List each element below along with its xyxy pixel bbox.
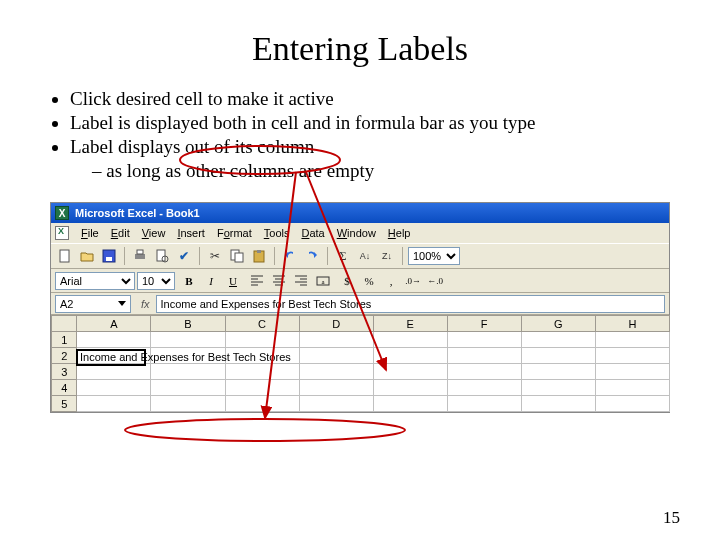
menu-help[interactable]: Help	[382, 227, 417, 239]
excel-screenshot: X Microsoft Excel - Book1 File Edit View…	[50, 202, 670, 413]
sub-bullet-item: as long as other columns are empty	[92, 160, 680, 182]
menu-insert[interactable]: Insert	[171, 227, 211, 239]
svg-rect-4	[137, 250, 143, 254]
excel-icon: X	[55, 206, 69, 220]
bullet-item: Click desired cell to make it active	[70, 88, 680, 110]
autosum-icon[interactable]: Σ	[333, 246, 353, 266]
select-all-corner[interactable]	[52, 316, 77, 332]
redo-icon[interactable]	[302, 246, 322, 266]
row-header-2[interactable]: 2	[52, 348, 77, 364]
col-header-G[interactable]: G	[521, 316, 595, 332]
standard-toolbar: ✔ ✂ Σ A↓ Z↓ 100%	[51, 243, 669, 269]
titlebar: X Microsoft Excel - Book1	[51, 203, 669, 223]
fx-label[interactable]: fx	[141, 298, 150, 310]
svg-rect-5	[157, 250, 165, 261]
svg-rect-0	[60, 250, 69, 262]
italic-button[interactable]: I	[201, 271, 221, 291]
sort-desc-icon[interactable]: Z↓	[377, 246, 397, 266]
document-icon	[55, 226, 69, 240]
sort-asc-icon[interactable]: A↓	[355, 246, 375, 266]
svg-rect-2	[106, 257, 112, 261]
menu-window[interactable]: Window	[331, 227, 382, 239]
percent-button[interactable]: %	[359, 271, 379, 291]
formatting-toolbar: Arial 10 B I U a $ % , .0→ ←.0	[51, 269, 669, 293]
app-title: Microsoft Excel - Book1	[75, 207, 200, 219]
bullet-list: Click desired cell to make it active Lab…	[50, 88, 680, 182]
spelling-icon[interactable]: ✔	[174, 246, 194, 266]
copy-icon[interactable]	[227, 246, 247, 266]
new-icon[interactable]	[55, 246, 75, 266]
formula-bar: A2 fx Income and Expenses for Best Tech …	[51, 293, 669, 315]
currency-button[interactable]: $	[337, 271, 357, 291]
decrease-decimal-button[interactable]: ←.0	[425, 271, 445, 291]
merge-center-button[interactable]: a	[313, 271, 333, 291]
increase-decimal-button[interactable]: .0→	[403, 271, 423, 291]
formula-input[interactable]: Income and Expenses for Best Tech Stores	[156, 295, 665, 313]
paste-icon[interactable]	[249, 246, 269, 266]
dropdown-arrow-icon	[118, 301, 126, 306]
col-header-D[interactable]: D	[299, 316, 373, 332]
font-name-select[interactable]: Arial	[55, 272, 135, 290]
worksheet-grid[interactable]: A B C D E F G H 1 2 3 4 5 Income and Exp…	[51, 315, 669, 412]
svg-rect-8	[235, 253, 243, 262]
row-header-1[interactable]: 1	[52, 332, 77, 348]
cell-A2[interactable]	[77, 348, 151, 364]
save-icon[interactable]	[99, 246, 119, 266]
undo-icon[interactable]	[280, 246, 300, 266]
menu-edit[interactable]: Edit	[105, 227, 136, 239]
page-number: 15	[663, 508, 680, 528]
menu-tools[interactable]: Tools	[258, 227, 296, 239]
bullet-item: Label is displayed both in cell and in f…	[70, 112, 680, 134]
menu-data[interactable]: Data	[295, 227, 330, 239]
bold-button[interactable]: B	[179, 271, 199, 291]
row-header-5[interactable]: 5	[52, 396, 77, 412]
zoom-select[interactable]: 100%	[408, 247, 460, 265]
col-header-C[interactable]: C	[225, 316, 299, 332]
align-right-button[interactable]	[291, 271, 311, 291]
align-left-button[interactable]	[247, 271, 267, 291]
name-box[interactable]: A2	[55, 295, 131, 313]
align-center-button[interactable]	[269, 271, 289, 291]
print-preview-icon[interactable]	[152, 246, 172, 266]
menu-view[interactable]: View	[136, 227, 172, 239]
col-header-E[interactable]: E	[373, 316, 447, 332]
cut-icon[interactable]: ✂	[205, 246, 225, 266]
menu-file[interactable]: File	[75, 227, 105, 239]
col-header-H[interactable]: H	[595, 316, 669, 332]
col-header-A[interactable]: A	[77, 316, 151, 332]
bullet-item: Label displays out of its column as long…	[70, 136, 680, 182]
slide-title: Entering Labels	[40, 30, 680, 68]
col-header-B[interactable]: B	[151, 316, 225, 332]
font-size-select[interactable]: 10	[137, 272, 175, 290]
col-header-F[interactable]: F	[447, 316, 521, 332]
row-header-3[interactable]: 3	[52, 364, 77, 380]
svg-rect-10	[257, 250, 261, 253]
menu-format[interactable]: Format	[211, 227, 258, 239]
open-icon[interactable]	[77, 246, 97, 266]
svg-rect-3	[135, 254, 145, 259]
row-header-4[interactable]: 4	[52, 380, 77, 396]
comma-button[interactable]: ,	[381, 271, 401, 291]
menubar: File Edit View Insert Format Tools Data …	[51, 223, 669, 243]
underline-button[interactable]: U	[223, 271, 243, 291]
print-icon[interactable]	[130, 246, 150, 266]
